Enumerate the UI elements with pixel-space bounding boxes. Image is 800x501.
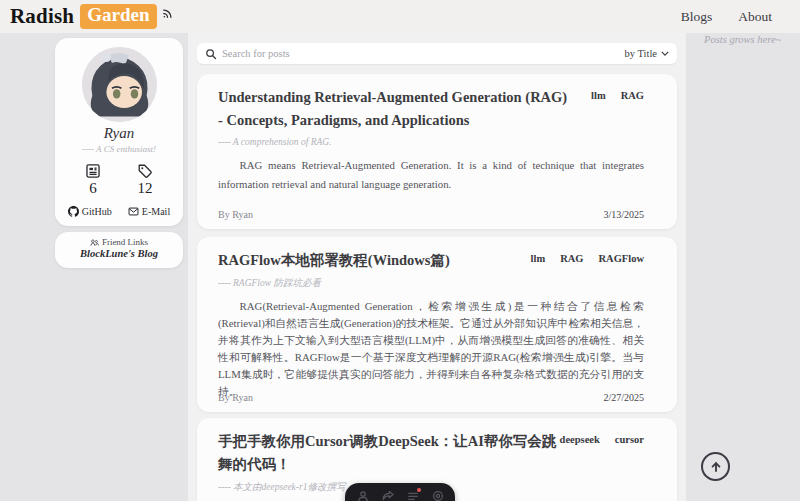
tag[interactable]: cursor: [615, 434, 644, 445]
profile-links: GitHub E-Mail: [55, 206, 183, 217]
friend-links-card: Friend Links BlockLune's Blog: [55, 232, 183, 268]
avatar: [82, 47, 157, 122]
tags-count: 12: [138, 180, 153, 197]
profile-name: Ryan: [55, 125, 183, 142]
post-excerpt: RAG(Retrieval-Augmented Generation，检索增强生…: [218, 298, 644, 400]
profile-stats: 6 12: [55, 163, 183, 197]
site-header: Radish Garden Blogs About: [0, 0, 800, 33]
post-footer: By Ryan 2/27/2025: [218, 392, 644, 403]
search-bar: by Title: [197, 43, 677, 64]
post-excerpt: RAG means Retrieval-Augmented Generation…: [218, 156, 644, 194]
sort-label: by Title: [625, 48, 657, 59]
post-title[interactable]: RAGFlow本地部署教程(Windows篇): [218, 249, 568, 272]
post-footer: By Ryan 3/13/2025: [218, 209, 644, 220]
friends-icon: [90, 238, 99, 247]
scroll-top-button[interactable]: [701, 452, 730, 481]
nav-link-blogs[interactable]: Blogs: [681, 9, 713, 25]
email-icon: [128, 206, 139, 217]
person-icon[interactable]: [357, 490, 369, 501]
email-link[interactable]: E-Mail: [128, 206, 170, 217]
post-tags: llm RAG: [591, 90, 644, 101]
tags-icon: [137, 163, 153, 179]
tag[interactable]: llm: [591, 90, 606, 101]
post-title[interactable]: Understanding Retrieval-Augmented Genera…: [218, 86, 568, 132]
floating-dock: [345, 483, 455, 501]
friend-links-header: Friend Links: [55, 237, 183, 247]
posts-count: 6: [89, 180, 97, 197]
tag[interactable]: RAG: [621, 90, 644, 101]
settings-icon[interactable]: [432, 490, 444, 501]
post-title[interactable]: 手把手教你用Cursor调教DeepSeek：让AI帮你写会跳舞的代码！: [218, 430, 568, 476]
post-author: By Ryan: [218, 209, 253, 220]
github-link[interactable]: GitHub: [68, 206, 112, 217]
post-tags: llm RAG RAGFlow: [531, 253, 644, 264]
page: Radish Garden Blogs About: [0, 0, 800, 501]
post-subtitle: ---- A comprehension of RAG.: [218, 137, 644, 147]
post-date: 2/27/2025: [603, 392, 644, 403]
tag[interactable]: llm: [531, 253, 546, 264]
share-icon[interactable]: [382, 490, 394, 501]
post-subtitle: ---- RAGFlow 防踩坑必看: [218, 277, 644, 290]
notification-icon[interactable]: [407, 490, 419, 501]
posts-icon: [85, 163, 101, 179]
profile-tagline: ---- A CS enthusiast!: [55, 144, 183, 154]
header-nav: Blogs About: [681, 9, 772, 25]
nav-link-about[interactable]: About: [738, 9, 772, 25]
stat-posts: 6: [85, 163, 101, 197]
friend-links-title: Friend Links: [102, 237, 148, 247]
search-icon: [205, 48, 217, 60]
post-tags: deepseek cursor: [560, 434, 644, 445]
arrow-up-icon: [709, 460, 723, 474]
logo-text-radish: Radish: [10, 4, 74, 29]
friend-link-blocklune[interactable]: BlockLune's Blog: [55, 248, 183, 259]
github-icon: [68, 206, 79, 217]
sort-dropdown[interactable]: by Title: [625, 48, 669, 59]
post-card[interactable]: RAGFlow本地部署教程(Windows篇) llm RAG RAGFlow …: [197, 237, 677, 412]
tag[interactable]: deepseek: [560, 434, 600, 445]
search-input[interactable]: [222, 48, 625, 59]
logo-badge-garden: Garden: [80, 4, 156, 29]
post-card[interactable]: Understanding Retrieval-Augmented Genera…: [197, 74, 677, 229]
chevron-down-icon: [661, 51, 669, 56]
profile-card: Ryan ---- A CS enthusiast! 6: [55, 38, 183, 226]
tag[interactable]: RAG: [560, 253, 583, 264]
post-author: By Ryan: [218, 392, 253, 403]
stat-tags: 12: [137, 163, 153, 197]
rss-icon[interactable]: [162, 7, 173, 18]
site-logo[interactable]: Radish Garden: [10, 4, 173, 29]
email-label: E-Mail: [142, 206, 170, 217]
tag[interactable]: RAGFlow: [599, 253, 645, 264]
notification-dot: [417, 488, 421, 492]
post-date: 3/13/2025: [603, 209, 644, 220]
github-label: GitHub: [82, 206, 112, 217]
aside-note: Posts grows here~: [704, 34, 781, 45]
